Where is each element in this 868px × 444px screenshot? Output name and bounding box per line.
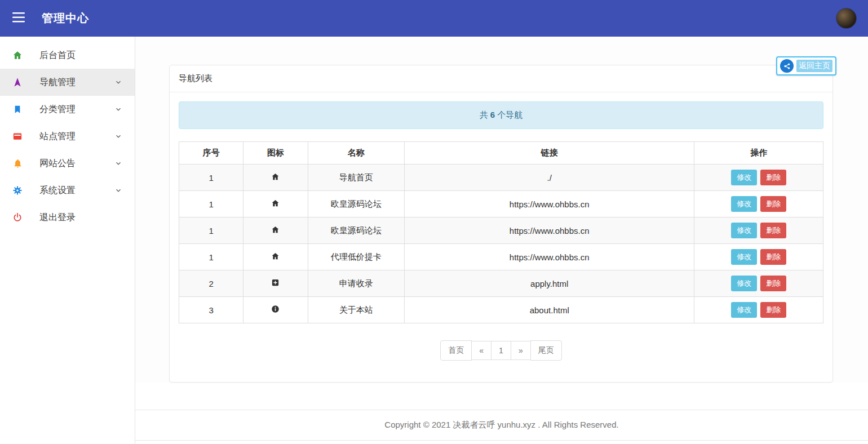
sidebar-item-logout[interactable]: 退出登录	[0, 204, 135, 231]
main-content: 返回主页 导航列表 共 6 个导航 序号 图标 名称 链接 操作	[135, 37, 868, 383]
bottom-spacer	[135, 441, 868, 444]
cell-actions: 修改删除	[694, 217, 823, 244]
nav-list-panel: 导航列表 共 6 个导航 序号 图标 名称 链接 操作 1	[169, 65, 833, 383]
home-icon	[10, 50, 25, 60]
edit-button[interactable]: 修改	[731, 302, 757, 318]
cell-icon	[243, 165, 308, 191]
cell-link: apply.html	[405, 270, 694, 297]
cell-link: about.html	[405, 297, 694, 323]
alert-text-prefix: 共	[480, 110, 490, 119]
edit-button[interactable]: 修改	[731, 276, 757, 291]
cell-icon	[243, 270, 308, 297]
cell-no: 1	[179, 217, 243, 244]
gear-icon	[10, 185, 25, 196]
cell-name: 欧皇源码论坛	[308, 191, 404, 217]
alert-count: 6	[490, 110, 495, 119]
cell-actions: 修改删除	[694, 165, 823, 191]
sidebar-item-announcement[interactable]: 网站公告	[0, 150, 135, 177]
hamburger-icon	[12, 12, 25, 24]
header-name: 名称	[308, 142, 404, 165]
sidebar-item-label: 站点管理	[39, 131, 114, 143]
header-icon: 图标	[243, 142, 308, 165]
return-home-button[interactable]: 返回主页	[776, 56, 836, 76]
share-icon	[780, 59, 794, 73]
delete-button[interactable]: 删除	[760, 196, 786, 212]
cell-no: 1	[179, 191, 243, 217]
table-row: 2 申请收录 apply.html 修改删除	[179, 270, 823, 297]
sidebar-item-category-management[interactable]: 分类管理	[0, 96, 135, 123]
footer: Copyright © 2021 决裁者云呼 yunhu.xyz . All R…	[135, 410, 868, 441]
delete-button[interactable]: 删除	[760, 302, 786, 318]
app-title: 管理中心	[42, 11, 89, 26]
pagination-page-1[interactable]: 1	[491, 341, 511, 360]
chevron-down-icon	[114, 78, 122, 86]
cell-actions: 修改删除	[694, 270, 823, 297]
delete-button[interactable]: 删除	[760, 223, 786, 238]
cell-actions: 修改删除	[694, 244, 823, 270]
chevron-down-icon	[114, 159, 122, 167]
cell-name: 关于本站	[308, 297, 404, 323]
pagination-first[interactable]: 首页	[440, 340, 472, 361]
cell-no: 1	[179, 165, 243, 191]
cell-icon	[243, 217, 308, 244]
bookmark-icon	[10, 104, 25, 114]
cell-link: https://www.ohbbs.cn	[405, 191, 694, 217]
sidebar-item-label: 导航管理	[39, 77, 114, 88]
delete-button[interactable]: 删除	[760, 276, 786, 291]
table-row: 3 关于本站 about.html 修改删除	[179, 297, 823, 323]
menu-toggle-button[interactable]	[0, 0, 37, 37]
edit-button[interactable]: 修改	[731, 170, 757, 185]
cell-name: 欧皇源码论坛	[308, 217, 404, 244]
bell-icon	[10, 158, 25, 168]
header-action: 操作	[694, 142, 823, 165]
cell-actions: 修改删除	[694, 191, 823, 217]
sidebar-item-dashboard[interactable]: 后台首页	[0, 42, 135, 69]
info-circle-icon	[271, 305, 280, 315]
chevron-down-icon	[114, 105, 122, 113]
sidebar-item-label: 网站公告	[39, 158, 114, 170]
delete-button[interactable]: 删除	[760, 249, 786, 265]
pagination: 首页«1»尾页	[179, 340, 823, 361]
pagination-prev[interactable]: «	[471, 341, 491, 360]
cell-name: 导航首页	[308, 165, 404, 191]
copyright-text: Copyright © 2021 决裁者云呼 yunhu.xyz . All R…	[384, 420, 618, 429]
return-home-label: 返回主页	[796, 60, 832, 72]
table-row: 1 导航首页 ./ 修改删除	[179, 165, 823, 191]
cell-name: 申请收录	[308, 270, 404, 297]
panel-title: 导航列表	[170, 65, 832, 92]
table-header-row: 序号 图标 名称 链接 操作	[179, 142, 823, 165]
cell-no: 3	[179, 297, 243, 323]
home-icon	[271, 226, 280, 236]
sidebar-item-label: 系统设置	[39, 185, 114, 197]
navigation-icon	[10, 77, 25, 87]
chevron-down-icon	[114, 187, 122, 194]
cell-no: 1	[179, 244, 243, 270]
delete-button[interactable]: 删除	[760, 170, 786, 185]
panel-body: 共 6 个导航 序号 图标 名称 链接 操作 1 导航	[170, 92, 832, 382]
cell-icon	[243, 191, 308, 217]
sidebar-item-settings[interactable]: 系统设置	[0, 177, 135, 204]
plus-square-icon	[271, 279, 280, 288]
cell-icon	[243, 244, 308, 270]
cell-link: https://www.ohbbs.cn	[405, 244, 694, 270]
cell-link: https://www.ohbbs.cn	[405, 217, 694, 244]
table-row: 1 代理低价提卡 https://www.ohbbs.cn 修改删除	[179, 244, 823, 270]
avatar[interactable]	[836, 8, 857, 29]
cell-actions: 修改删除	[694, 297, 823, 323]
edit-button[interactable]: 修改	[731, 196, 757, 212]
header-link: 链接	[405, 142, 694, 165]
cell-link: ./	[405, 165, 694, 191]
sidebar-item-site-management[interactable]: 站点管理	[0, 123, 135, 150]
cell-name: 代理低价提卡	[308, 244, 404, 270]
top-navbar: 管理中心	[0, 0, 868, 37]
edit-button[interactable]: 修改	[731, 223, 757, 238]
nav-table: 序号 图标 名称 链接 操作 1 导航首页 ./ 修改删除	[179, 141, 823, 323]
pagination-next[interactable]: »	[511, 341, 531, 360]
cell-no: 2	[179, 270, 243, 297]
cell-icon	[243, 297, 308, 323]
sidebar-item-nav-management[interactable]: 导航管理	[0, 69, 135, 96]
pagination-last[interactable]: 尾页	[530, 340, 562, 361]
sidebar-item-label: 退出登录	[39, 212, 125, 224]
edit-button[interactable]: 修改	[731, 249, 757, 265]
sidebar-item-label: 后台首页	[39, 50, 125, 61]
